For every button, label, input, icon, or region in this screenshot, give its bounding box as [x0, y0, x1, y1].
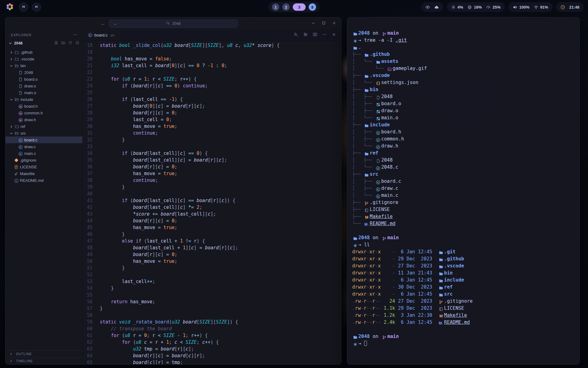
run-icon[interactable]	[294, 32, 298, 38]
workspace-button-8[interactable]: 8	[309, 3, 316, 11]
line-number: 63	[83, 346, 92, 352]
explorer-file-tree: .github.vscodebin2048board.odraw.omain.o…	[6, 49, 82, 184]
makefile-icon: M	[438, 312, 444, 320]
git-branch-icon	[381, 235, 387, 242]
code-line: has_move = true;	[100, 123, 341, 130]
terminal-line: │ └── C2048.c	[352, 164, 579, 171]
folder-icon	[438, 263, 444, 270]
code-line	[100, 292, 341, 298]
refresh-icon[interactable]	[68, 41, 72, 46]
folder-icon	[364, 52, 370, 59]
explorer-item-LICENSE[interactable]: LICENSE	[6, 163, 82, 170]
code-editor[interactable]: 1819202122232425262728293031323334353637…	[83, 41, 341, 364]
line-number: 52	[83, 271, 92, 278]
close-icon[interactable]	[332, 21, 336, 26]
cpu-icon	[451, 5, 456, 10]
explorer-root-folder[interactable]: 2048	[6, 40, 82, 47]
explorer-item-board.c[interactable]: Cboard.c	[6, 136, 82, 143]
terminal-line	[352, 227, 579, 234]
code-line: bool has_move = false;	[100, 56, 341, 62]
more-actions-icon[interactable]	[322, 32, 327, 38]
sidebar-section-outline[interactable]: OUTLINE	[6, 350, 82, 357]
command-center-search[interactable]: 2048	[109, 20, 238, 28]
code-line: last_cell++;	[100, 278, 341, 285]
explorer-item-.github[interactable]: .github	[6, 49, 82, 56]
more-actions-icon[interactable]	[73, 33, 77, 37]
collapse-all-icon[interactable]	[75, 41, 79, 46]
sidebar-section-timeline[interactable]: TIMELINE	[6, 357, 82, 364]
git-icon	[438, 298, 444, 305]
wifi-stat[interactable]: 91%	[534, 5, 548, 10]
code-line: static void _rotate_board(u32 board[SIZE…	[100, 319, 341, 325]
settings-sliders-icon[interactable]	[303, 32, 308, 38]
new-file-icon[interactable]	[54, 41, 58, 46]
explorer-item-draw.o[interactable]: draw.o	[6, 82, 82, 89]
code-line: }	[100, 184, 341, 190]
explorer-item-src[interactable]: src	[6, 130, 82, 136]
explorer-item-common.h[interactable]: Hcommon.h	[6, 109, 82, 116]
explorer-item-main.o[interactable]: main.o	[6, 89, 82, 96]
workspace-button-1[interactable]: 1	[272, 3, 279, 11]
terminal-line: │ ├── 2048	[352, 157, 579, 164]
line-number: 25	[83, 89, 92, 96]
code-line: else if (last_cell + 1 != r) {	[100, 238, 341, 244]
explorer-item-.gitignore[interactable]: .gitignore	[6, 157, 82, 163]
terminal-window[interactable]: 2048 on main→ tree -a -I .git.├── .githu…	[347, 17, 580, 365]
maximize-icon[interactable]	[322, 21, 326, 26]
git-icon	[364, 200, 370, 207]
close-editor-icon[interactable]	[332, 32, 336, 38]
explorer-item-include[interactable]: include	[6, 96, 82, 103]
clock-widget[interactable]: 21:46	[556, 2, 584, 12]
line-number: 45	[83, 224, 92, 231]
explorer-item-2048[interactable]: 2048	[6, 69, 82, 76]
line-number: 64	[83, 352, 92, 359]
line-number: 50	[83, 258, 92, 265]
explorer-item-board.o[interactable]: board.o	[6, 76, 82, 82]
terminal-line: .	[352, 44, 579, 51]
file-label: Makefile	[20, 171, 35, 176]
media-next-button[interactable]	[32, 2, 41, 12]
explorer-item-board.h[interactable]: Hboard.h	[6, 103, 82, 109]
line-number: 42	[83, 204, 92, 211]
audio-network-widget: 100% 91%	[508, 2, 552, 12]
tab-board-c[interactable]: C board.c src	[83, 30, 121, 40]
workspace-button-3[interactable]: 3	[293, 3, 306, 11]
terminal-line: →	[352, 340, 579, 347]
nav-forward-icon[interactable]: →	[113, 21, 118, 26]
code-line: last_cell = 0;	[100, 116, 341, 123]
line-number: 58	[83, 312, 92, 319]
workspace-button-2[interactable]: 2	[282, 3, 290, 11]
chevron-down-icon	[7, 41, 13, 46]
explorer-item-draw.c[interactable]: Cdraw.c	[6, 143, 82, 150]
code-line: i32 last_cell = board[0][c] == 0 ? -1 : …	[100, 62, 341, 69]
nix-snowflake-icon	[352, 242, 358, 249]
explorer-item-main.c[interactable]: Cmain.c	[6, 150, 82, 157]
line-number: 59	[83, 319, 92, 325]
explorer-item-.vscode[interactable]: .vscode	[6, 56, 82, 62]
code-line: board[last_cell + 1][c] = board[r][c];	[100, 244, 341, 251]
new-folder-icon[interactable]	[61, 41, 65, 46]
volume-stat[interactable]: 100%	[513, 5, 529, 10]
weather-widget[interactable]	[421, 2, 443, 12]
explorer-item-bin[interactable]: bin	[6, 62, 82, 69]
code-line	[100, 312, 341, 319]
explorer-item-draw.h[interactable]: Hdraw.h	[6, 116, 82, 123]
clock-icon	[560, 5, 565, 10]
terminal-line: │ ├── board.o	[352, 100, 579, 107]
explorer-item-README.md[interactable]: iREADME.md	[6, 177, 82, 184]
file-label: 2048	[24, 70, 33, 75]
terminal-line: │ └── {}settings.json	[352, 79, 579, 86]
media-prev-button[interactable]	[19, 2, 28, 12]
launcher-button[interactable]	[4, 2, 15, 13]
explorer-item-ref[interactable]: ref	[6, 123, 82, 130]
terminal-line	[352, 326, 579, 333]
nav-back-icon[interactable]: ←	[100, 21, 105, 26]
minimize-icon[interactable]	[311, 21, 315, 26]
file-label: draw.o	[24, 84, 36, 88]
code-line: board[r][c] = 0;	[100, 163, 341, 170]
line-number: 34	[83, 150, 92, 157]
split-editor-icon[interactable]	[313, 32, 317, 38]
code-line	[100, 49, 341, 56]
explorer-item-Makefile[interactable]: Makefile	[6, 170, 82, 177]
vscode-titlebar[interactable]: ← → 2048	[6, 17, 341, 30]
